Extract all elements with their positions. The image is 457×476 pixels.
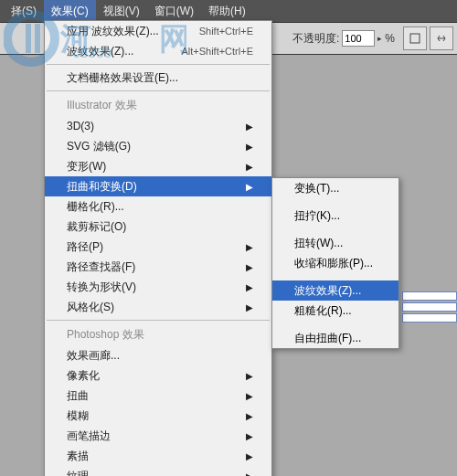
submenu-arrow-icon: ▶: [246, 282, 253, 292]
illustrator-effect-item-7[interactable]: 路径查找器(F)▶: [45, 257, 271, 277]
submenu-item-2[interactable]: 扭转(W)...: [272, 233, 399, 253]
menu-item-label: 效果画廊...: [67, 348, 253, 364]
menu-item-label: 转换为形状(V): [67, 280, 246, 295]
submenu-arrow-icon: ▶: [246, 242, 253, 252]
illustrator-effect-item-4[interactable]: 栅格化(R)...: [45, 196, 271, 217]
link-icon: [435, 32, 448, 45]
menu-item-shortcut: Shift+Ctrl+E: [199, 26, 253, 37]
submenu-item-4[interactable]: 波纹效果(Z)...: [272, 280, 399, 301]
menu-item-label: 扭曲和变换(D): [67, 179, 246, 195]
menu-item-apply-last[interactable]: 应用 波纹效果(Z)... Shift+Ctrl+E: [45, 21, 271, 41]
menu-group-illustrator: Illustrator 效果: [45, 94, 271, 116]
menubar-item-select[interactable]: 择(S): [4, 0, 44, 22]
submenu-arrow-icon: ▶: [246, 162, 253, 172]
menu-item-label: 栅格化(R)...: [67, 199, 253, 215]
photoshop-effect-item-3[interactable]: 模糊▶: [45, 406, 271, 426]
submenu-arrow-icon: ▶: [246, 182, 253, 192]
submenu-arrow-icon: ▶: [246, 391, 253, 401]
menubar-item-help[interactable]: 帮助(H): [201, 0, 253, 22]
illustrator-effect-item-5[interactable]: 裁剪标记(O): [45, 217, 271, 237]
opacity-chevron-icon[interactable]: ▸: [377, 34, 382, 43]
menu-item-label: 波纹效果(Z)...: [294, 283, 380, 299]
menu-item-label: 裁剪标记(O): [67, 219, 253, 235]
photoshop-effect-item-4[interactable]: 画笔描边▶: [45, 426, 271, 446]
menu-item-label: 路径(P): [67, 239, 246, 255]
opacity-control: 不透明度: ▸ %: [292, 26, 453, 50]
menu-separator: [47, 64, 270, 65]
submenu-item-6[interactable]: 自由扭曲(F)...: [272, 328, 399, 348]
menu-item-label: 扭拧(K)...: [294, 208, 380, 224]
submenu-arrow-icon: ▶: [246, 471, 253, 477]
canvas-selection-marks: [402, 290, 457, 324]
menu-item-label: 波纹效果(Z)...: [67, 44, 181, 59]
illustrator-effect-item-3[interactable]: 扭曲和变换(D)▶: [45, 176, 271, 196]
menu-item-last-effect[interactable]: 波纹效果(Z)... Alt+Shift+Ctrl+E: [45, 41, 271, 61]
menu-separator: [47, 320, 270, 321]
submenu-arrow-icon: ▶: [246, 431, 253, 441]
main-menubar: 择(S) 效果(C) 视图(V) 窗口(W) 帮助(H) Br: [0, 0, 457, 22]
illustrator-effect-item-9[interactable]: 风格化(S)▶: [45, 297, 271, 317]
menu-item-label: 扭转(W)...: [294, 236, 380, 251]
selection-handle[interactable]: [402, 302, 457, 312]
menu-item-label: 变换(T)...: [294, 181, 380, 196]
menu-item-label: 素描: [67, 449, 246, 464]
menu-item-label: 扭曲: [67, 388, 246, 404]
menu-item-label: 粗糙化(R)...: [294, 303, 380, 319]
photoshop-effect-item-1[interactable]: 像素化▶: [45, 365, 271, 386]
submenu-arrow-icon: ▶: [246, 262, 253, 272]
photoshop-effect-item-2[interactable]: 扭曲▶: [45, 386, 271, 406]
selection-handle[interactable]: [402, 291, 457, 301]
menu-separator: [47, 90, 270, 91]
menu-item-label: 收缩和膨胀(P)...: [294, 256, 380, 271]
photoshop-effect-item-5[interactable]: 素描▶: [45, 446, 271, 466]
effects-menu: 应用 波纹效果(Z)... Shift+Ctrl+E 波纹效果(Z)... Al…: [44, 20, 272, 476]
menu-item-label: 变形(W): [67, 159, 246, 175]
illustrator-effect-item-1[interactable]: SVG 滤镜(G)▶: [45, 136, 271, 156]
menu-item-label: SVG 滤镜(G): [67, 139, 246, 154]
submenu-item-0[interactable]: 变换(T)...: [272, 178, 399, 198]
menu-item-label: 模糊: [67, 408, 246, 424]
submenu-arrow-icon: ▶: [246, 302, 253, 312]
submenu-arrow-icon: ▶: [246, 122, 253, 132]
opacity-suffix: %: [385, 32, 395, 45]
submenu-arrow-icon: ▶: [246, 451, 253, 461]
photoshop-effect-item-6[interactable]: 纹理▶: [45, 466, 271, 476]
menu-item-label: 像素化: [67, 368, 246, 384]
submenu-arrow-icon: ▶: [246, 411, 253, 421]
submenu-item-3[interactable]: 收缩和膨胀(P)...: [272, 253, 399, 273]
opacity-input[interactable]: [342, 30, 375, 47]
menu-item-shortcut: Alt+Shift+Ctrl+E: [181, 46, 253, 57]
menu-item-label: 纹理: [67, 469, 246, 477]
toolbar-button-b[interactable]: [430, 26, 453, 50]
submenu-arrow-icon: ▶: [246, 371, 253, 381]
selection-handle[interactable]: [402, 313, 457, 323]
submenu-item-1[interactable]: 扭拧(K)...: [272, 206, 399, 226]
menu-item-label: 路径查找器(F): [67, 259, 246, 275]
photoshop-effect-item-0[interactable]: 效果画廊...: [45, 345, 271, 365]
submenu-arrow-icon: ▶: [246, 142, 253, 152]
illustrator-effect-item-2[interactable]: 变形(W)▶: [45, 156, 271, 176]
opacity-label: 不透明度:: [292, 31, 339, 47]
illustrator-effect-item-8[interactable]: 转换为形状(V)▶: [45, 277, 271, 297]
menu-item-label: 3D(3): [67, 120, 246, 132]
menubar-item-view[interactable]: 视图(V): [96, 0, 147, 22]
menu-item-doc-raster-settings[interactable]: 文档栅格效果设置(E)...: [45, 68, 271, 88]
menu-item-label: 应用 波纹效果(Z)...: [67, 24, 199, 39]
illustrator-effect-item-6[interactable]: 路径(P)▶: [45, 237, 271, 257]
menu-item-label: 画笔描边: [67, 428, 246, 444]
menu-item-label: 自由扭曲(F)...: [294, 331, 380, 346]
menu-group-photoshop: Photoshop 效果: [45, 323, 271, 345]
illustrator-effect-item-0[interactable]: 3D(3)▶: [45, 116, 271, 136]
svg-rect-0: [410, 34, 420, 43]
menubar-item-effects[interactable]: 效果(C): [44, 0, 96, 22]
toolbar-button-a[interactable]: [403, 26, 427, 50]
menu-item-label: 文档栅格效果设置(E)...: [67, 70, 253, 86]
distort-transform-submenu: 变换(T)...扭拧(K)...扭转(W)...收缩和膨胀(P)...波纹效果(…: [271, 177, 399, 349]
submenu-item-5[interactable]: 粗糙化(R)...: [272, 301, 399, 321]
menu-item-label: 风格化(S): [67, 300, 246, 315]
square-icon: [409, 32, 421, 45]
menubar-item-window[interactable]: 窗口(W): [147, 0, 201, 22]
